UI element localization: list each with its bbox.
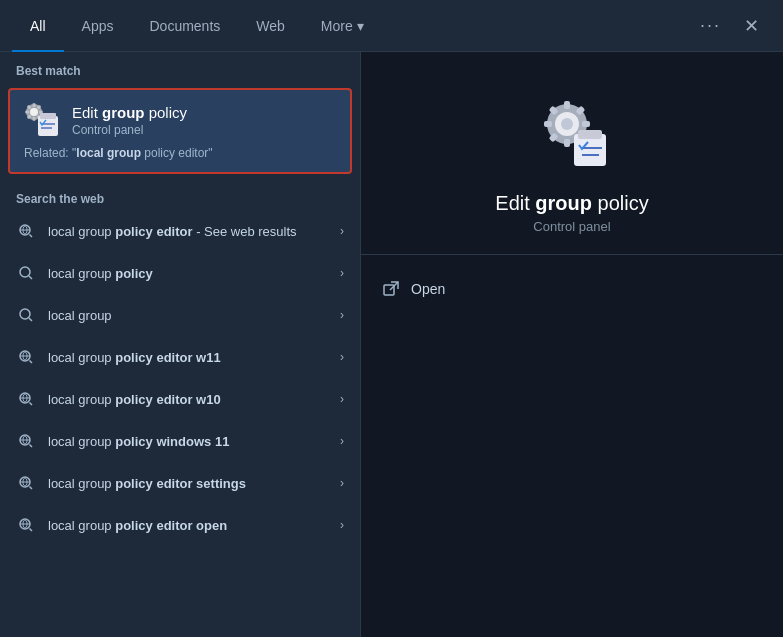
right-app-title: Edit group policy bbox=[495, 192, 648, 215]
svg-rect-41 bbox=[582, 121, 590, 127]
chevron-right-icon: › bbox=[340, 518, 344, 532]
divider bbox=[361, 254, 783, 255]
header: All Apps Documents Web More ▾ ··· ✕ bbox=[0, 0, 783, 52]
result-text: local group policy windows 11 bbox=[48, 434, 328, 449]
svg-rect-2 bbox=[33, 103, 36, 107]
ellipsis-button[interactable]: ··· bbox=[690, 15, 731, 36]
result-item[interactable]: local group policy › bbox=[0, 252, 360, 294]
svg-point-19 bbox=[20, 309, 30, 319]
result-text: local group bbox=[48, 308, 328, 323]
app-icon-large bbox=[532, 92, 612, 172]
best-match-label: Best match bbox=[0, 52, 360, 84]
chevron-down-icon: ▾ bbox=[357, 18, 364, 34]
right-panel: Edit group policy Control panel Open bbox=[360, 52, 783, 637]
open-button[interactable]: Open bbox=[361, 271, 783, 307]
result-item[interactable]: local group policy editor - See web resu… bbox=[0, 210, 360, 252]
tab-apps[interactable]: Apps bbox=[64, 0, 132, 52]
svg-line-29 bbox=[30, 445, 33, 448]
chevron-right-icon: › bbox=[340, 266, 344, 280]
chevron-right-icon: › bbox=[340, 350, 344, 364]
svg-line-16 bbox=[30, 235, 33, 238]
result-text: local group policy editor settings bbox=[48, 476, 328, 491]
svg-rect-6 bbox=[33, 117, 36, 121]
web-search-icon bbox=[16, 515, 36, 535]
web-search-icon bbox=[16, 221, 36, 241]
best-match-related: Related: "local group policy editor" bbox=[24, 146, 336, 160]
web-search-icon bbox=[16, 389, 36, 409]
search-web-label: Search the web bbox=[0, 182, 360, 210]
svg-rect-11 bbox=[40, 113, 56, 119]
result-item[interactable]: local group policy editor w10 › bbox=[0, 378, 360, 420]
result-text: local group policy bbox=[48, 266, 328, 281]
svg-point-1 bbox=[30, 108, 38, 116]
tab-web[interactable]: Web bbox=[238, 0, 303, 52]
web-search-icon bbox=[16, 473, 36, 493]
svg-rect-8 bbox=[25, 111, 29, 114]
search-icon bbox=[16, 305, 36, 325]
tab-documents[interactable]: Documents bbox=[131, 0, 238, 52]
svg-line-20 bbox=[29, 318, 32, 321]
search-icon bbox=[16, 263, 36, 283]
best-match-item[interactable]: Edit group policy Control panel Related:… bbox=[8, 88, 352, 174]
chevron-right-icon: › bbox=[340, 434, 344, 448]
best-match-subtitle: Control panel bbox=[72, 123, 336, 137]
left-panel: Best match bbox=[0, 52, 360, 637]
svg-rect-39 bbox=[564, 101, 570, 109]
result-item[interactable]: local group policy editor w11 › bbox=[0, 336, 360, 378]
best-match-title: Edit group policy bbox=[72, 104, 336, 121]
web-search-icon bbox=[16, 347, 36, 367]
svg-point-17 bbox=[20, 267, 30, 277]
more-button[interactable]: More ▾ bbox=[303, 0, 382, 52]
svg-point-38 bbox=[561, 118, 573, 130]
svg-rect-48 bbox=[578, 130, 602, 139]
web-search-icon bbox=[16, 431, 36, 451]
close-button[interactable]: ✕ bbox=[731, 6, 771, 46]
result-item[interactable]: local group › bbox=[0, 294, 360, 336]
svg-line-32 bbox=[30, 487, 33, 490]
main-content: Best match bbox=[0, 52, 783, 637]
svg-line-35 bbox=[30, 529, 33, 532]
result-item[interactable]: local group policy editor settings › bbox=[0, 462, 360, 504]
policy-app-icon bbox=[24, 102, 60, 138]
svg-line-18 bbox=[29, 276, 32, 279]
result-item[interactable]: local group policy editor open › bbox=[0, 504, 360, 546]
svg-rect-45 bbox=[544, 121, 552, 127]
result-text: local group policy editor w10 bbox=[48, 392, 328, 407]
result-text: local group policy editor open bbox=[48, 518, 328, 533]
chevron-right-icon: › bbox=[340, 308, 344, 322]
svg-rect-43 bbox=[564, 139, 570, 147]
result-item[interactable]: local group policy windows 11 › bbox=[0, 420, 360, 462]
svg-line-23 bbox=[30, 361, 33, 364]
svg-line-26 bbox=[30, 403, 33, 406]
result-text: local group policy editor - See web resu… bbox=[48, 224, 328, 239]
result-text: local group policy editor w11 bbox=[48, 350, 328, 365]
tab-all[interactable]: All bbox=[12, 0, 64, 52]
chevron-right-icon: › bbox=[340, 224, 344, 238]
right-app-subtitle: Control panel bbox=[533, 219, 610, 234]
open-icon bbox=[381, 279, 401, 299]
chevron-right-icon: › bbox=[340, 392, 344, 406]
chevron-right-icon: › bbox=[340, 476, 344, 490]
